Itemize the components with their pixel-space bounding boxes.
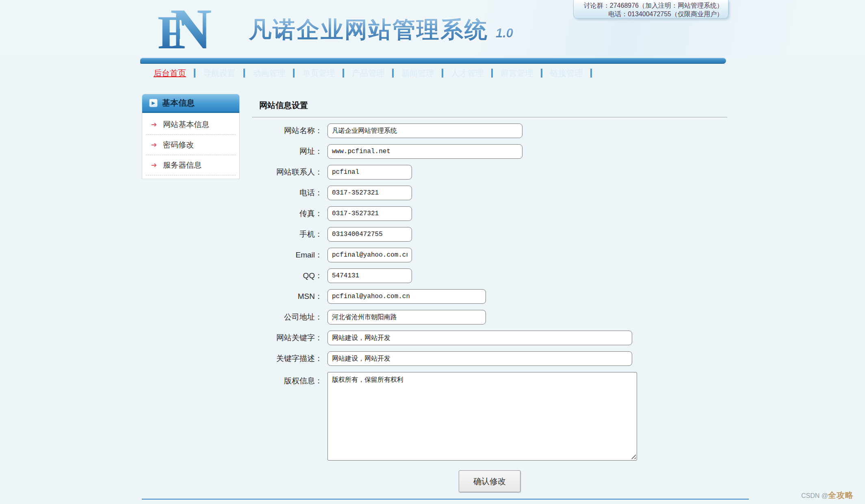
header: F N 凡诺企业网站管理系统 1.0 讨论群：27468976（加入注明：网站管… — [0, 0, 865, 57]
form-row-company-address: 公司地址： — [252, 310, 727, 324]
field-label: 网站联系人： — [252, 167, 327, 177]
sidebar-header: ▶ 基本信息 — [142, 94, 239, 113]
form-row-fax: 传真： — [252, 206, 727, 221]
watermark-name: 全攻略 — [828, 490, 854, 501]
sidebar-title: 基本信息 — [162, 97, 195, 108]
sidebar-item-label: 密码修改 — [163, 140, 194, 150]
site-version: 1.0 — [496, 26, 513, 41]
field-label: 版权信息： — [252, 372, 327, 386]
form-row-phone: 电话： — [252, 186, 727, 200]
sidebar-items: ➔网站基本信息➔密码修改➔服务器信息 — [142, 113, 239, 179]
keywords-description-input[interactable] — [327, 351, 632, 366]
nav-item[interactable]: 链接管理 — [542, 68, 590, 79]
qq-input[interactable] — [327, 268, 412, 283]
sidebar-item[interactable]: ➔密码修改 — [146, 135, 236, 155]
form-row-copyright: 版权信息： 版权所有，保留所有权利 — [252, 372, 727, 461]
form-row-contact-person: 网站联系人： — [252, 165, 727, 180]
site-keywords-input[interactable] — [327, 331, 632, 345]
nav-bar-decoration — [140, 58, 726, 64]
site-title: 凡诺企业网站管理系统 — [249, 15, 488, 45]
button-row: 确认修改 — [252, 470, 727, 492]
field-label: 网站关键字： — [252, 333, 327, 343]
nav-item[interactable]: 动画管理 — [245, 68, 293, 79]
nav-item[interactable]: 新闻管理 — [394, 68, 442, 79]
textarea-wrap: 版权所有，保留所有权利 — [327, 372, 637, 461]
form-row-mobile: 手机： — [252, 227, 727, 242]
nav-item[interactable]: 产品管理 — [344, 68, 392, 79]
sidebar-item-label: 服务器信息 — [163, 160, 202, 171]
form-row-keywords-description: 关键字描述： — [252, 351, 727, 366]
field-label: Email： — [252, 250, 327, 260]
form-row-site-keywords: 网站关键字： — [252, 331, 727, 345]
contact-info-box: 讨论群：27468976（加入注明：网站管理系统） 电话：01340047275… — [573, 0, 728, 19]
field-label: 公司地址： — [252, 312, 327, 322]
confirm-modify-button[interactable]: 确认修改 — [459, 470, 520, 492]
nav-item[interactable]: 单页管理 — [295, 68, 343, 79]
field-label: 手机： — [252, 229, 327, 240]
contact-line-phone: 电话：013400472755（仅限商业用户） — [574, 10, 723, 18]
field-label: QQ： — [252, 270, 327, 281]
arrow-icon: ➔ — [151, 161, 157, 169]
logo-letter-n: N — [170, 4, 212, 54]
form-row-email: Email： — [252, 248, 727, 262]
sidebar-item-label: 网站基本信息 — [163, 119, 209, 130]
watermark: CSDN @ 全攻略 — [801, 490, 854, 501]
nav-menu: 后台首页导航设置动画管理单页管理产品管理新闻管理人才管理留言管理链接管理 — [140, 65, 726, 81]
form-row-msn: MSN： — [252, 289, 727, 304]
play-icon: ▶ — [149, 99, 158, 107]
nav-separator — [590, 69, 592, 78]
form-row-site-url: 网址： — [252, 144, 727, 159]
mobile-input[interactable] — [327, 227, 412, 242]
divider — [252, 117, 727, 117]
field-label: MSN： — [252, 291, 327, 302]
form-row-site-name: 网站名称： — [252, 123, 727, 138]
site-url-input[interactable] — [327, 144, 522, 159]
nav-item[interactable]: 导航设置 — [195, 68, 243, 79]
site-name-input[interactable] — [327, 123, 522, 138]
field-label: 传真： — [252, 208, 327, 219]
field-label: 电话： — [252, 188, 327, 198]
site-title-wrap: 凡诺企业网站管理系统 1.0 — [249, 15, 513, 45]
field-label: 网址： — [252, 146, 327, 157]
form-row-qq: QQ： — [252, 268, 727, 283]
nav-item[interactable]: 留言管理 — [493, 68, 541, 79]
field-label: 网站名称： — [252, 125, 327, 136]
sidebar-item[interactable]: ➔服务器信息 — [146, 155, 236, 175]
main-panel: 网站信息设置 网站名称：网址：网站联系人：电话：传真：手机：Email：QQ：M… — [252, 97, 727, 492]
contact-person-input[interactable] — [327, 165, 412, 180]
nav-item[interactable]: 人才管理 — [443, 68, 491, 79]
logo: F N — [158, 1, 212, 54]
arrow-icon: ➔ — [151, 141, 157, 149]
settings-form: 网站名称：网址：网站联系人：电话：传真：手机：Email：QQ：MSN：公司地址… — [252, 123, 727, 492]
page-title: 网站信息设置 — [259, 100, 727, 111]
msn-input[interactable] — [327, 289, 486, 304]
email-input[interactable] — [327, 248, 412, 262]
page: { "header": { "logo": "FN", "title": "凡诺… — [0, 0, 865, 504]
arrow-icon: ➔ — [151, 120, 157, 129]
phone-input[interactable] — [327, 186, 412, 200]
fax-input[interactable] — [327, 206, 412, 221]
sidebar: ▶ 基本信息 ➔网站基本信息➔密码修改➔服务器信息 — [142, 94, 240, 179]
watermark-prefix: CSDN @ — [801, 492, 828, 500]
sidebar-item[interactable]: ➔网站基本信息 — [146, 115, 236, 135]
bottom-divider-line — [142, 499, 749, 500]
contact-line-group: 讨论群：27468976（加入注明：网站管理系统） — [574, 1, 723, 10]
nav-item[interactable]: 后台首页 — [146, 68, 194, 79]
copyright-textarea[interactable]: 版权所有，保留所有权利 — [327, 372, 637, 461]
company-address-input[interactable] — [327, 310, 486, 324]
field-label: 关键字描述： — [252, 353, 327, 364]
